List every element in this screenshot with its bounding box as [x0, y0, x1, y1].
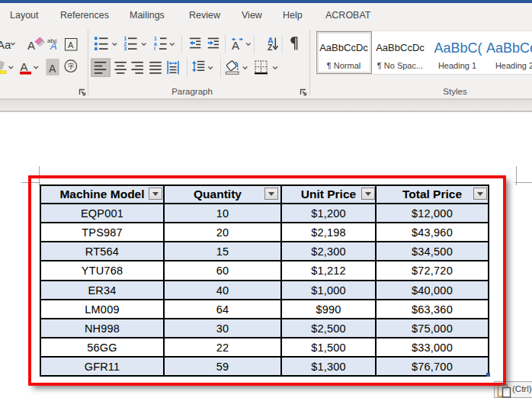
svg-text:字: 字	[68, 63, 75, 70]
svg-text:A: A	[232, 39, 239, 52]
svg-text:3: 3	[124, 46, 127, 51]
svg-text:A: A	[49, 63, 56, 75]
svg-text:A: A	[68, 40, 74, 50]
svg-text:1: 1	[124, 36, 127, 41]
svg-text:Z: Z	[268, 43, 273, 52]
svg-text:Aa: Aa	[0, 38, 11, 51]
svg-text:A: A	[50, 40, 57, 52]
svg-text:1: 1	[154, 36, 157, 41]
svg-text:A: A	[21, 60, 28, 73]
svg-text:A: A	[27, 39, 35, 52]
svg-text:i: i	[154, 46, 155, 51]
